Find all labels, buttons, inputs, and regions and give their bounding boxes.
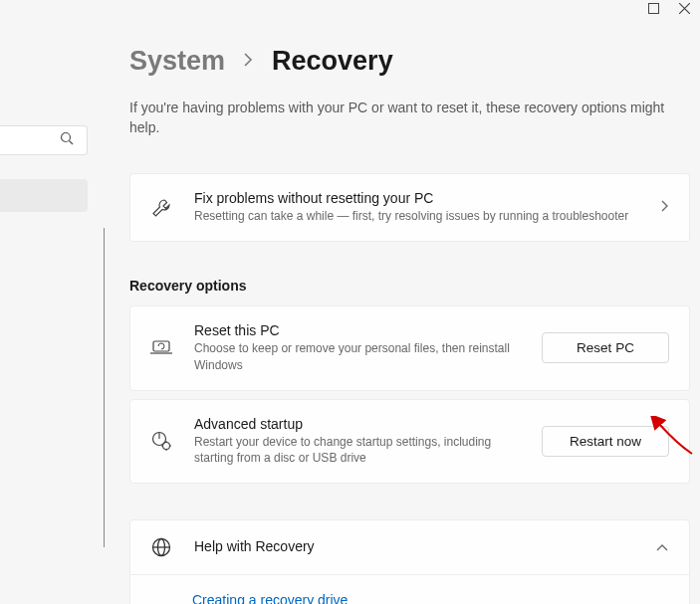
reset-pc-card: Reset this PC Choose to keep or remove y… (129, 305, 690, 391)
troubleshoot-desc: Resetting can take a while — first, try … (194, 208, 638, 225)
sidebar-active-item[interactable] (0, 179, 88, 212)
restart-now-button[interactable]: Restart now (542, 426, 669, 457)
laptop-refresh-icon (150, 337, 172, 359)
help-recovery-title: Help with Recovery (194, 538, 633, 554)
page-subtitle: If you're having problems with your PC o… (0, 85, 700, 137)
globe-icon (150, 536, 172, 558)
breadcrumb: System Recovery (0, 0, 700, 85)
window-controls (638, 0, 700, 18)
help-link-row: Creating a recovery drive (129, 575, 690, 604)
chevron-right-icon (660, 199, 669, 217)
troubleshoot-title: Fix problems without resetting your PC (194, 190, 638, 206)
reset-pc-title: Reset this PC (194, 322, 520, 338)
svg-rect-0 (649, 4, 659, 14)
advanced-startup-desc: Restart your device to change startup se… (194, 434, 520, 468)
svg-point-4 (163, 443, 170, 450)
advanced-startup-title: Advanced startup (194, 416, 520, 432)
svg-point-1 (62, 133, 71, 142)
chevron-right-icon (243, 52, 254, 72)
reset-pc-button[interactable]: Reset PC (542, 332, 669, 363)
breadcrumb-current: Recovery (272, 46, 393, 77)
help-recovery-card[interactable]: Help with Recovery (129, 519, 690, 575)
power-gear-icon (150, 430, 172, 452)
search-icon (60, 131, 74, 149)
advanced-startup-card: Advanced startup Restart your device to … (129, 399, 690, 485)
content-divider (104, 228, 105, 547)
search-input[interactable] (0, 125, 88, 155)
breadcrumb-parent[interactable]: System (129, 46, 225, 77)
creating-recovery-drive-link[interactable]: Creating a recovery drive (192, 592, 348, 604)
maximize-icon[interactable] (648, 0, 659, 18)
reset-pc-desc: Choose to keep or remove your personal f… (194, 340, 520, 374)
recovery-options-heading: Recovery options (129, 250, 690, 305)
wrench-icon (150, 197, 172, 219)
troubleshoot-card[interactable]: Fix problems without resetting your PC R… (129, 173, 690, 242)
chevron-up-icon (655, 538, 669, 556)
close-icon[interactable] (679, 0, 690, 18)
main-content: Fix problems without resetting your PC R… (0, 137, 700, 604)
